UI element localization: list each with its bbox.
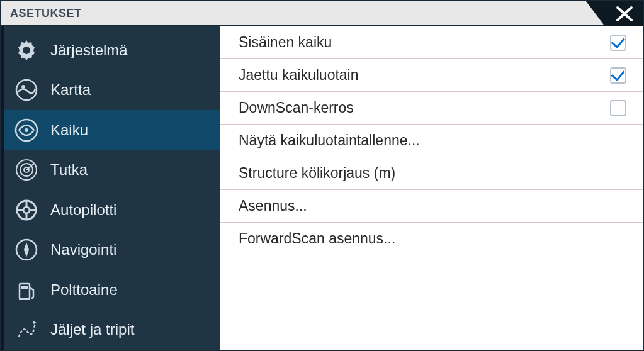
- sidebar-item-label: Tutka: [50, 161, 88, 179]
- page-title: ASETUKSET: [1, 7, 82, 20]
- setting-row-fwdscan_install[interactable]: ForwardScan asennus...: [220, 223, 643, 255]
- sidebar-item-radar[interactable]: Tutka: [4, 150, 220, 191]
- sidebar-item-nav[interactable]: Navigointi: [4, 230, 220, 270]
- sidebar-item-echo[interactable]: Kaiku: [4, 110, 220, 150]
- setting-label: Asennus...: [239, 198, 307, 214]
- setting-row-show_record[interactable]: Näytä kaikuluotaintallenne...: [220, 125, 643, 157]
- sidebar-item-label: Jäljet ja tripit: [50, 321, 134, 338]
- setting-row-downscan_layer[interactable]: DownScan-kerros: [220, 92, 643, 125]
- svg-point-4: [23, 47, 30, 54]
- fuel-icon: [13, 276, 40, 304]
- radar-icon: [13, 156, 40, 184]
- svg-point-14: [23, 207, 30, 213]
- route-icon: [13, 316, 40, 343]
- setting-label: Structure kölikorjaus (m): [239, 165, 395, 182]
- setting-label: Näytä kaikuluotaintallenne...: [239, 132, 420, 149]
- sidebar-item-fuel[interactable]: Polttoaine: [4, 270, 220, 310]
- sidebar-item-label: Autopilotti: [50, 201, 116, 219]
- globe-icon: [13, 76, 40, 104]
- sidebar-item-autopilot[interactable]: Autopilotti: [4, 190, 220, 230]
- setting-label: Jaettu kaikuluotain: [239, 67, 359, 84]
- sidebar-item-label: Polttoaine: [50, 281, 118, 299]
- compass-icon: [13, 236, 40, 264]
- sidebar-item-tracks[interactable]: Jäljet ja tripit: [4, 310, 220, 350]
- settings-panel: Sisäinen kaikuJaettu kaikuluotainDownSca…: [220, 26, 643, 350]
- setting-row-internal_echo[interactable]: Sisäinen kaiku: [220, 26, 643, 59]
- setting-label: Sisäinen kaiku: [239, 34, 332, 51]
- sidebar-item-label: Kaiku: [50, 121, 88, 139]
- svg-marker-20: [24, 242, 29, 257]
- svg-marker-0: [586, 1, 643, 26]
- gear-icon: [13, 36, 40, 64]
- sidebar-item-system[interactable]: Järjestelmä: [4, 30, 220, 70]
- setting-label: ForwardScan asennus...: [239, 230, 395, 247]
- sidebar-item-label: Järjestelmä: [50, 42, 128, 59]
- settings-window: ASETUKSET JärjestelmäKarttaKaikuTutkaAut…: [0, 0, 644, 351]
- checkbox-downscan_layer[interactable]: [610, 100, 626, 116]
- setting-row-keel_offset[interactable]: Structure kölikorjaus (m): [220, 157, 643, 190]
- sidebar: JärjestelmäKarttaKaikuTutkaAutopilottiNa…: [1, 26, 220, 350]
- svg-point-8: [25, 128, 28, 132]
- sonar-icon: [13, 116, 40, 144]
- svg-rect-23: [19, 299, 30, 300]
- checkbox-internal_echo[interactable]: [610, 35, 626, 51]
- close-button[interactable]: [586, 1, 643, 26]
- svg-rect-22: [21, 286, 28, 289]
- sidebar-item-label: Kartta: [50, 81, 91, 99]
- titlebar: ASETUKSET: [1, 1, 643, 26]
- body: JärjestelmäKarttaKaikuTutkaAutopilottiNa…: [1, 26, 643, 350]
- sidebar-item-label: Navigointi: [50, 241, 116, 259]
- svg-marker-24: [33, 321, 35, 325]
- wheel-icon: [13, 196, 40, 224]
- setting-label: DownScan-kerros: [239, 99, 354, 116]
- checkbox-shared_sonar[interactable]: [610, 67, 626, 84]
- svg-point-6: [21, 85, 25, 89]
- setting-row-install[interactable]: Asennus...: [220, 190, 643, 223]
- setting-row-shared_sonar[interactable]: Jaettu kaikuluotain: [220, 59, 643, 92]
- sidebar-item-chart[interactable]: Kartta: [4, 70, 220, 111]
